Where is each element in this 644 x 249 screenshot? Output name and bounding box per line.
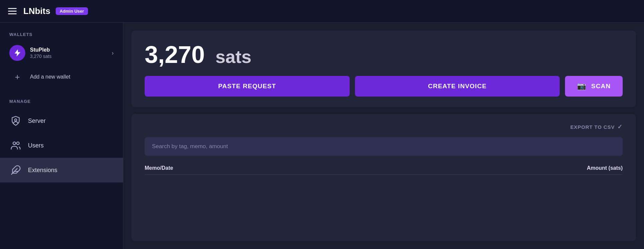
sidebar-item-users-label: Users <box>28 142 44 149</box>
add-wallet-label: Add a new wallet <box>30 74 70 80</box>
sidebar: Wallets StuPleb 3,270 sats › + Add a new… <box>0 23 123 249</box>
users-icon <box>9 139 22 152</box>
scan-button[interactable]: 📷 SCAN <box>565 76 623 97</box>
wallet-chevron-icon: › <box>112 50 114 57</box>
sidebar-item-extensions-label: Extensions <box>28 167 57 174</box>
search-input[interactable] <box>145 137 623 156</box>
scan-label: SCAN <box>591 83 611 90</box>
manage-label: Manage <box>0 99 123 104</box>
svg-point-0 <box>15 119 17 121</box>
wallet-info: StuPleb 3,270 sats <box>30 47 107 59</box>
puzzle-icon <box>9 164 22 176</box>
lightning-icon <box>13 49 22 57</box>
logo: LNbits <box>23 6 50 16</box>
export-csv-button[interactable]: EXPORT TO CSV ✓ <box>570 123 623 130</box>
create-invoice-button[interactable]: CREATE INVOICE <box>355 76 560 97</box>
top-nav: LNbits Admin User <box>0 0 644 23</box>
amount-column-header: Amount (sats) <box>587 165 623 171</box>
hamburger-menu[interactable] <box>8 8 17 14</box>
sidebar-item-server[interactable]: Server <box>0 109 123 133</box>
wallets-label: Wallets <box>0 32 123 37</box>
svg-point-1 <box>13 142 16 144</box>
balance-card: 3,270 sats PASTE REQUEST CREATE INVOICE … <box>131 31 636 107</box>
admin-badge: Admin User <box>56 7 88 15</box>
camera-icon: 📷 <box>577 82 586 91</box>
table-header: Memo/Date Amount (sats) <box>145 162 623 175</box>
export-csv-label: EXPORT TO CSV <box>570 124 615 130</box>
sidebar-item-extensions[interactable]: Extensions <box>0 158 123 182</box>
sidebar-item-users[interactable]: Users <box>0 133 123 158</box>
transactions-header: EXPORT TO CSV ✓ <box>145 123 623 130</box>
svg-point-2 <box>17 142 19 144</box>
add-icon: + <box>9 69 25 85</box>
transactions-card: EXPORT TO CSV ✓ Memo/Date Amount (sats) <box>131 114 636 241</box>
paste-request-button[interactable]: PASTE REQUEST <box>145 76 350 97</box>
balance-value: 3,270 <box>145 41 205 68</box>
balance-unit: sats <box>215 47 251 67</box>
shield-icon <box>9 115 22 127</box>
sidebar-item-server-label: Server <box>28 118 46 124</box>
wallet-item[interactable]: StuPleb 3,270 sats › <box>0 42 123 64</box>
balance-display: 3,270 sats <box>145 43 623 67</box>
main-content: 3,270 sats PASTE REQUEST CREATE INVOICE … <box>123 23 644 249</box>
body-layout: Wallets StuPleb 3,270 sats › + Add a new… <box>0 23 644 249</box>
wallet-name: StuPleb <box>30 47 107 53</box>
chart-icon: ✓ <box>617 123 623 130</box>
add-wallet-button[interactable]: + Add a new wallet <box>0 66 123 88</box>
action-buttons: PASTE REQUEST CREATE INVOICE 📷 SCAN <box>145 76 623 97</box>
manage-section: Manage Server <box>0 99 123 182</box>
wallet-avatar <box>9 45 25 61</box>
wallet-balance: 3,270 sats <box>30 54 107 59</box>
memo-date-column-header: Memo/Date <box>145 165 173 171</box>
